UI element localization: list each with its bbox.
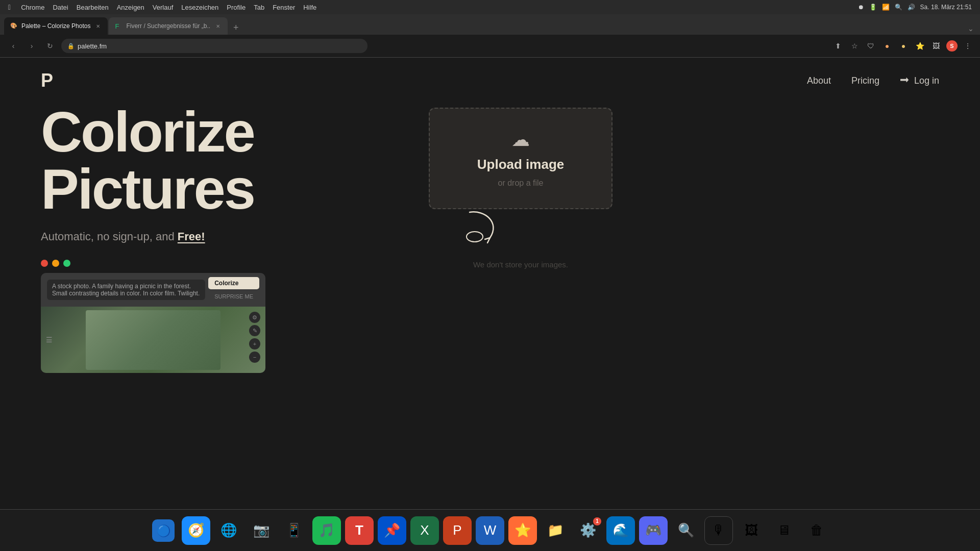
dock-powerpoint[interactable]: P bbox=[443, 516, 472, 545]
hero-left: Colorize Pictures Automatic, no sign-up,… bbox=[41, 104, 398, 373]
refresh-button[interactable]: ↻ bbox=[43, 39, 57, 53]
back-button[interactable]: ‹ bbox=[6, 39, 20, 53]
dot-red bbox=[41, 260, 48, 267]
new-tab-button[interactable]: + bbox=[229, 20, 243, 35]
upload-box[interactable]: ☁ Upload image or drop a file bbox=[429, 108, 612, 209]
dock-finder[interactable]: 🔵 bbox=[149, 516, 178, 545]
menu-bearbeiten[interactable]: Bearbeiten bbox=[77, 4, 109, 11]
dock-settings[interactable]: ⚙️ 1 bbox=[574, 516, 602, 545]
extension-icon1[interactable]: ● bbox=[881, 40, 893, 52]
address-text: palette.fm bbox=[78, 42, 107, 50]
nav-pricing[interactable]: Pricing bbox=[851, 76, 879, 86]
dock-spotify[interactable]: 🎵 bbox=[312, 516, 341, 545]
profile-pic-icon[interactable]: 🖼 bbox=[930, 40, 942, 52]
preview-colorize-button[interactable]: Colorize bbox=[208, 277, 259, 289]
forward-button[interactable]: › bbox=[24, 39, 39, 53]
hero-right: ☁ Upload image or drop a file We don't s… bbox=[429, 108, 612, 273]
preview-settings-icon[interactable]: ⚙ bbox=[249, 312, 260, 323]
dock-excel[interactable]: X bbox=[410, 516, 439, 545]
menu-datei[interactable]: Datei bbox=[53, 4, 68, 11]
preview-surprise-button[interactable]: SURPRISE ME bbox=[208, 293, 259, 303]
site-logo[interactable]: P bbox=[41, 70, 53, 91]
preview-zoom-in[interactable]: + bbox=[249, 338, 260, 349]
subtitle-free: Free! bbox=[178, 230, 205, 243]
app-preview-image: ☰ ⚙ ✎ + − bbox=[41, 307, 265, 373]
preview-tools: ⚙ ✎ + − bbox=[249, 312, 260, 363]
search-icon[interactable]: 🔍 bbox=[895, 4, 902, 11]
tab-close-palette[interactable]: ✕ bbox=[94, 22, 102, 30]
menu-tab[interactable]: Tab bbox=[254, 4, 264, 11]
dock-chrome[interactable]: 🌐 bbox=[214, 516, 243, 545]
dock-discord[interactable]: 🎮 bbox=[639, 516, 668, 545]
dock-quickradio[interactable]: 🔍 bbox=[672, 516, 700, 545]
address-box[interactable]: 🔒 palette.fm bbox=[61, 39, 368, 53]
tab-favicon-fiverr: F bbox=[115, 22, 122, 30]
preview-prompt-text[interactable]: A stock photo. A family having a picnic … bbox=[47, 280, 205, 300]
dock-desktoppr[interactable]: 🖥 bbox=[770, 516, 798, 545]
extension-icon2[interactable]: ● bbox=[897, 40, 910, 52]
dock-trello[interactable]: 📌 bbox=[378, 516, 406, 545]
battery-icon: 🔋 bbox=[869, 4, 877, 11]
dock-trash[interactable]: 🗑 bbox=[802, 516, 831, 545]
tab-close-fiverr[interactable]: ✕ bbox=[214, 22, 222, 30]
share-icon[interactable]: ⬆ bbox=[832, 40, 844, 52]
apple-logo[interactable]:  bbox=[8, 3, 11, 11]
site-nav-links: About Pricing ⮕ Log in bbox=[807, 75, 939, 87]
app-preview-window: A stock photo. A family having a picnic … bbox=[41, 273, 265, 373]
preview-zoom-out[interactable]: − bbox=[249, 352, 260, 363]
hero-subtitle: Automatic, no sign-up, and Free! bbox=[41, 230, 398, 243]
macos-dock: 🔵 🧭 🌐 📷 📱 🎵 T 📌 X P W ⭐ 📁 ⚙️ 1 🌊 🎮 bbox=[0, 509, 980, 551]
dock-todoist[interactable]: T bbox=[345, 516, 374, 545]
profile-circle[interactable]: S bbox=[946, 40, 958, 52]
extension-shield[interactable]: 🛡 bbox=[865, 40, 877, 52]
record-icon: ⏺ bbox=[858, 4, 864, 11]
website-content: P About Pricing ⮕ Log in Colorize Pictur… bbox=[0, 58, 980, 510]
dock-whatsapp[interactable]: 📱 bbox=[280, 516, 308, 545]
settings-badge: 1 bbox=[593, 517, 601, 525]
dock-reeder[interactable]: ⭐ bbox=[508, 516, 537, 545]
browser-chrome: 🎨 Palette – Colorize Photos ✕ F Fiverr /… bbox=[0, 14, 980, 58]
menu-anzeigen[interactable]: Anzeigen bbox=[117, 4, 144, 11]
tab-palette[interactable]: 🎨 Palette – Colorize Photos ✕ bbox=[4, 17, 108, 35]
lock-icon: 🔒 bbox=[67, 43, 75, 49]
menu-hilfe[interactable]: Hilfe bbox=[303, 4, 316, 11]
dock-safari[interactable]: 🧭 bbox=[182, 516, 210, 545]
tab-favicon-palette: 🎨 bbox=[10, 22, 17, 30]
tab-bar: 🎨 Palette – Colorize Photos ✕ F Fiverr /… bbox=[0, 14, 980, 35]
menu-lesezeichen[interactable]: Lesezeichen bbox=[181, 4, 218, 11]
tab-fiverr[interactable]: F Fiverr / Suchergebnisse für „b.. ✕ bbox=[109, 17, 228, 35]
nav-about[interactable]: About bbox=[807, 76, 831, 86]
dock-word[interactable]: W bbox=[476, 516, 504, 545]
dock-preview[interactable]: 🖼 bbox=[737, 516, 766, 545]
arrow-annotation-area bbox=[429, 217, 612, 248]
privacy-note: We don't store your images. bbox=[429, 256, 612, 273]
tab-title-fiverr: Fiverr / Suchergebnisse für „b.. bbox=[126, 22, 210, 30]
menubar-right: ⏺ 🔋 📶 🔍 🔊 Sa. 18. März 21:51 bbox=[858, 4, 972, 11]
dot-green bbox=[63, 260, 70, 267]
dock-waveform[interactable]: 🎙 bbox=[704, 516, 733, 545]
extension-icon3[interactable]: ⭐ bbox=[914, 40, 926, 52]
menu-profile[interactable]: Profile bbox=[227, 4, 246, 11]
dock-vpn[interactable]: 🌊 bbox=[606, 516, 635, 545]
menu-verlauf[interactable]: Verlauf bbox=[153, 4, 173, 11]
siri-icon[interactable]: 🔊 bbox=[908, 4, 915, 11]
upload-label: Upload image bbox=[477, 157, 564, 172]
hero-title-line1: Colorize bbox=[41, 104, 398, 161]
chrome-menu[interactable]: ⋮ bbox=[962, 40, 974, 52]
login-icon: ⮕ bbox=[900, 75, 910, 87]
subtitle-normal: Automatic, no sign-up, and bbox=[41, 230, 178, 243]
dot-yellow bbox=[52, 260, 59, 267]
bookmark-icon[interactable]: ☆ bbox=[848, 40, 861, 52]
toolbar-right: ⬆ ☆ 🛡 ● ● ⭐ 🖼 S ⋮ bbox=[832, 40, 974, 52]
nav-login[interactable]: ⮕ Log in bbox=[900, 75, 939, 87]
preview-menu-icon[interactable]: ☰ bbox=[46, 336, 53, 344]
dock-zoom[interactable]: 📷 bbox=[247, 516, 276, 545]
menu-chrome[interactable]: Chrome bbox=[21, 4, 44, 11]
login-label: Log in bbox=[914, 76, 939, 86]
upload-or-text: or drop a file bbox=[498, 179, 544, 188]
svg-point-0 bbox=[467, 232, 483, 242]
menu-fenster[interactable]: Fenster bbox=[273, 4, 295, 11]
tab-expand-button[interactable]: ⌄ bbox=[966, 22, 976, 35]
preview-edit-icon[interactable]: ✎ bbox=[249, 325, 260, 336]
dock-drive[interactable]: 📁 bbox=[541, 516, 570, 545]
